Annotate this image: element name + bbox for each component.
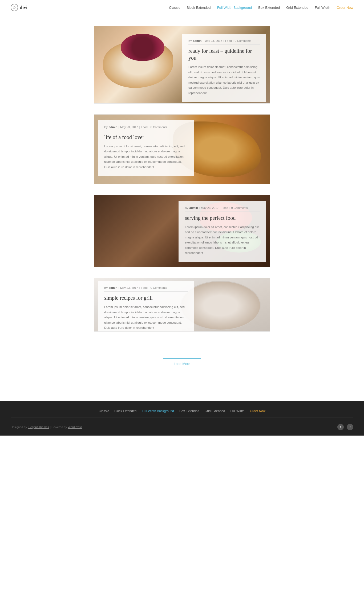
meta-sep2: | [220, 206, 221, 209]
meta-date: May 23, 2017 [120, 125, 138, 129]
footer-nav-block-extended[interactable]: Block Extended [114, 409, 136, 413]
footer-nav: Classic Block Extended Full Width Backgr… [11, 409, 353, 417]
post-overlay: By admin | May 23, 2017 | Food | 0 Comme… [179, 201, 266, 262]
meta-category[interactable]: Food [225, 39, 232, 42]
footer-credit: Designed by Elegant Themes | Powered by … [11, 425, 82, 429]
footer-nav-grid-extended[interactable]: Grid Extended [205, 409, 225, 413]
logo-text: divi [20, 5, 27, 10]
post-overlay: By admin | May 23, 2017 | Food | 0 Comme… [182, 34, 266, 102]
meta-date: May 23, 2017 [120, 286, 138, 289]
post-excerpt: Lorem ipsum dolor sit amet, consectetur … [188, 64, 260, 96]
post-title[interactable]: simple recipes for grill [104, 294, 188, 301]
main-nav: Classic Block Extended Full Width Backgr… [169, 6, 353, 10]
meta-comments[interactable]: 0 Comments [151, 125, 167, 129]
meta-comments[interactable]: 0 Comments [151, 286, 167, 289]
meta-sep1: | [118, 286, 119, 289]
logo-icon: D [11, 4, 18, 11]
post-overlay: By admin | May 23, 2017 | Food | 0 Comme… [98, 120, 194, 176]
meta-by: By [104, 125, 108, 129]
meta-author[interactable]: admin [109, 125, 117, 129]
meta-by: By [104, 286, 108, 289]
post-overlay: By admin | May 23, 2017 | Food | 0 Comme… [98, 281, 194, 332]
meta-category[interactable]: Food [141, 286, 148, 289]
nav-classic[interactable]: Classic [169, 6, 180, 10]
main-content: By admin | May 23, 2017 | Food | 0 Comme… [89, 26, 275, 391]
meta-sep1: | [199, 206, 200, 209]
post-card: By admin | May 23, 2017 | Food | 0 Comme… [94, 114, 270, 184]
credit-text: Designed by [11, 425, 28, 429]
post-excerpt: Lorem ipsum dolor sit amet, consectetur … [185, 225, 260, 256]
meta-sep1: | [203, 39, 203, 42]
post-meta: By admin | May 23, 2017 | Food | 0 Comme… [185, 206, 260, 212]
post-card: By admin | May 23, 2017 | Food | 0 Comme… [94, 195, 270, 267]
meta-date: May 23, 2017 [201, 206, 219, 209]
meta-sep2: | [223, 39, 224, 42]
meta-sep3: | [233, 39, 234, 42]
footer-social: f t [337, 424, 353, 430]
meta-category[interactable]: Food [221, 206, 228, 209]
nav-full-width[interactable]: Full Width [315, 6, 330, 10]
meta-sep3: | [229, 206, 230, 209]
nav-grid-extended[interactable]: Grid Extended [286, 6, 308, 10]
meta-comments[interactable]: 0 Comments [231, 206, 248, 209]
meta-sep3: | [149, 125, 149, 129]
powered-text: | Powered by [50, 425, 68, 429]
post-excerpt: Lorem ipsum dolor sit amet, consectetur … [104, 304, 188, 331]
meta-by: By [188, 39, 192, 42]
meta-comments[interactable]: 0 Comments [235, 39, 251, 42]
footer-nav-box-extended[interactable]: Box Extended [179, 409, 199, 413]
meta-by: By [185, 206, 188, 209]
footer-nav-order-now[interactable]: Order Now [250, 409, 265, 413]
load-more-button[interactable]: Load More [163, 358, 201, 369]
nav-block-extended[interactable]: Block Extended [187, 6, 211, 10]
post-card: By admin | May 23, 2017 | Food | 0 Comme… [94, 26, 270, 104]
post-excerpt: Lorem ipsum dolor sit amet, consectetur … [104, 144, 188, 170]
meta-author[interactable]: admin [109, 286, 117, 289]
post-meta: By admin | May 23, 2017 | Food | 0 Comme… [104, 125, 188, 131]
footer-bottom: Designed by Elegant Themes | Powered by … [11, 421, 353, 430]
meta-date: May 23, 2017 [204, 39, 222, 42]
footer-nav-full-width[interactable]: Full Width [230, 409, 244, 413]
nav-box-extended[interactable]: Box Extended [258, 6, 280, 10]
post-title[interactable]: serving the perfect food [185, 214, 260, 221]
powered-link[interactable]: WordPress [68, 425, 82, 429]
post-title[interactable]: ready for feast – guideline for you [188, 47, 260, 61]
meta-sep2: | [139, 286, 140, 289]
footer-nav-full-width-background[interactable]: Full Width Background [142, 409, 174, 413]
post-title[interactable]: life of a food lover [104, 134, 188, 141]
facebook-icon[interactable]: f [337, 424, 344, 430]
nav-order-now[interactable]: Order Now [337, 6, 353, 10]
meta-sep2: | [139, 125, 140, 129]
twitter-icon[interactable]: t [347, 424, 353, 430]
post-card: By admin | May 23, 2017 | Food | 0 Comme… [94, 278, 270, 332]
meta-author[interactable]: admin [193, 39, 201, 42]
footer-nav-classic[interactable]: Classic [99, 409, 109, 413]
meta-author[interactable]: admin [189, 206, 198, 209]
meta-sep3: | [149, 286, 149, 289]
post-meta: By admin | May 23, 2017 | Food | 0 Comme… [104, 286, 188, 292]
load-more-section: Load More [94, 342, 270, 391]
post-meta: By admin | May 23, 2017 | Food | 0 Comme… [188, 39, 260, 45]
site-footer: Classic Block Extended Full Width Backgr… [0, 401, 364, 436]
site-logo[interactable]: D divi [11, 4, 27, 11]
nav-full-width-background[interactable]: Full Width Background [217, 6, 252, 10]
meta-sep1: | [118, 125, 119, 129]
meta-category[interactable]: Food [141, 125, 148, 129]
credit-link[interactable]: Elegant Themes [28, 425, 49, 429]
site-header: D divi Classic Block Extended Full Width… [0, 0, 364, 15]
